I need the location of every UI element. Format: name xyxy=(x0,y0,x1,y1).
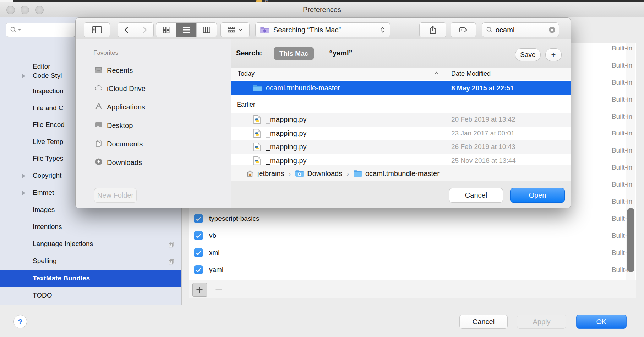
favorite-label: Downloads xyxy=(107,157,142,168)
bundle-checkbox[interactable] xyxy=(194,265,203,274)
remove-bundle-button[interactable] xyxy=(212,283,226,296)
settings-cancel-button[interactable]: Cancel xyxy=(459,315,508,329)
favorite-label: Desktop xyxy=(107,120,133,131)
bundle-checkbox[interactable] xyxy=(194,248,203,257)
favorites-item[interactable]: iCloud Drive xyxy=(76,83,231,94)
favorite-label: iCloud Drive xyxy=(107,83,146,94)
add-criteria-button[interactable]: + xyxy=(545,48,562,61)
settings-search-field[interactable] xyxy=(6,23,76,37)
sidebar-item-label: Intentions xyxy=(33,223,62,230)
location-dropdown[interactable]: Searching “This Mac” xyxy=(255,22,390,37)
back-icon xyxy=(123,26,131,34)
path-item-label: Downloads xyxy=(307,170,342,178)
disclosure-triangle-icon[interactable] xyxy=(22,174,26,178)
smart-folder-icon xyxy=(260,26,270,34)
path-item-label: ocaml.tmbundle-master xyxy=(365,170,440,178)
bundle-checkbox[interactable] xyxy=(194,214,203,223)
sidebar-item[interactable]: Language Injections xyxy=(33,239,181,249)
dialog-search-field[interactable] xyxy=(482,22,559,37)
list-view-button[interactable] xyxy=(176,23,196,37)
column-view-icon xyxy=(202,26,211,34)
tag-icon xyxy=(458,26,468,34)
settings-apply-button: Apply xyxy=(517,315,566,329)
table-scrollbar-thumb[interactable] xyxy=(627,208,634,272)
column-view-button[interactable] xyxy=(196,23,217,37)
name-column-header[interactable]: Today xyxy=(238,68,255,80)
clear-search-icon[interactable] xyxy=(548,26,556,34)
settings-ok-button[interactable]: OK xyxy=(576,315,627,329)
file-list: _mapping.py 20 Feb 2019 at 13:42 _mappin… xyxy=(231,113,571,171)
bundle-row[interactable]: typescript-basics Built-in xyxy=(189,210,636,227)
copy-settings-icon xyxy=(168,258,175,268)
sidebar-item-label: Code Styl xyxy=(33,72,62,79)
copy-settings-icon xyxy=(168,241,175,251)
python-file-icon xyxy=(253,115,261,124)
folder-icon xyxy=(252,84,262,92)
file-row[interactable]: _mapping.py 26 Feb 2019 at 10:43 xyxy=(231,140,571,154)
bundle-checkbox[interactable] xyxy=(194,231,203,240)
sidebar-item-label: Inspection xyxy=(33,87,64,95)
icloud-icon xyxy=(94,84,103,93)
file-name: _mapping.py xyxy=(266,140,307,154)
sidebar-item[interactable]: TextMate Bundles xyxy=(0,270,181,287)
dialog-footer: Cancel Open xyxy=(231,181,571,208)
downloads-icon xyxy=(94,157,103,167)
icon-view-button[interactable] xyxy=(156,23,176,37)
search-term[interactable]: “yaml” xyxy=(329,39,353,68)
path-separator: › xyxy=(289,170,291,178)
file-name: ocaml.tmbundle-master xyxy=(266,81,340,95)
bundle-name: xml xyxy=(209,244,220,261)
view-mode-segmented-control xyxy=(156,22,217,37)
path-item[interactable]: Downloads › xyxy=(295,169,353,178)
favorites-item[interactable]: Downloads xyxy=(76,157,231,168)
sidebar-item[interactable]: TODO xyxy=(33,290,181,300)
file-row[interactable]: _mapping.py 20 Feb 2019 at 13:42 xyxy=(231,113,571,127)
bundle-row[interactable]: yaml Built-in xyxy=(189,261,636,278)
sidebar-item[interactable]: Spelling xyxy=(33,256,181,266)
help-button[interactable]: ? xyxy=(13,315,27,328)
background-strip-corner xyxy=(0,0,13,2)
favorite-label: Recents xyxy=(107,65,133,76)
sort-ascending-icon[interactable] xyxy=(433,71,439,75)
scope-this-mac-button[interactable]: This Mac xyxy=(274,47,314,60)
dialog-open-button[interactable]: Open xyxy=(510,188,565,203)
search-icon xyxy=(10,26,17,34)
selected-file-row[interactable]: ocaml.tmbundle-master 8 May 2015 at 22:5… xyxy=(231,81,571,95)
grid-view-icon xyxy=(162,26,170,34)
bundle-row[interactable]: xml Built-in xyxy=(189,244,636,261)
column-divider[interactable] xyxy=(444,69,444,78)
dialog-search-input[interactable] xyxy=(495,23,546,37)
favorites-item[interactable]: Applications xyxy=(76,101,231,113)
file-date: 20 Feb 2019 at 13:42 xyxy=(451,113,515,127)
disclosure-triangle-icon[interactable] xyxy=(22,191,26,195)
path-item[interactable]: ocaml.tmbundle-master xyxy=(353,169,440,178)
group-items-button[interactable] xyxy=(220,22,250,37)
sidebar-item-label: File and C xyxy=(33,104,64,112)
open-file-dialog: Searching “This Mac” xyxy=(75,17,571,208)
save-search-button[interactable]: Save xyxy=(515,48,541,61)
toggle-sidebar-button[interactable] xyxy=(84,22,110,37)
favorites-item[interactable]: Documents xyxy=(76,138,231,150)
forward-button[interactable] xyxy=(136,23,154,37)
navigation-buttons xyxy=(118,22,154,37)
background-folder-icon xyxy=(256,0,262,2)
date-modified-column-header[interactable]: Date Modified xyxy=(451,68,491,80)
add-bundle-button[interactable] xyxy=(192,283,207,297)
dialog-cancel-button[interactable]: Cancel xyxy=(449,188,503,203)
sidebar-item-label: Copyright xyxy=(33,172,61,179)
share-button[interactable] xyxy=(419,22,446,37)
tags-button[interactable] xyxy=(451,22,476,37)
bundle-row[interactable]: vb Built-in xyxy=(189,227,636,244)
favorites-item[interactable]: Recents xyxy=(76,65,231,76)
search-options-caret-icon[interactable] xyxy=(18,29,21,31)
path-separator: › xyxy=(346,170,349,178)
checkmark-icon xyxy=(195,232,202,239)
bundle-name: vb xyxy=(209,227,216,244)
path-item[interactable]: jetbrains › xyxy=(245,169,295,178)
favorites-item[interactable]: Desktop xyxy=(76,120,231,131)
file-row[interactable]: _mapping.py 23 Jan 2017 at 00:01 xyxy=(231,127,571,140)
documents-icon xyxy=(94,139,103,149)
disclosure-triangle-icon[interactable] xyxy=(22,74,26,78)
sidebar-item[interactable]: Intentions xyxy=(33,222,181,232)
back-button[interactable] xyxy=(118,23,136,37)
